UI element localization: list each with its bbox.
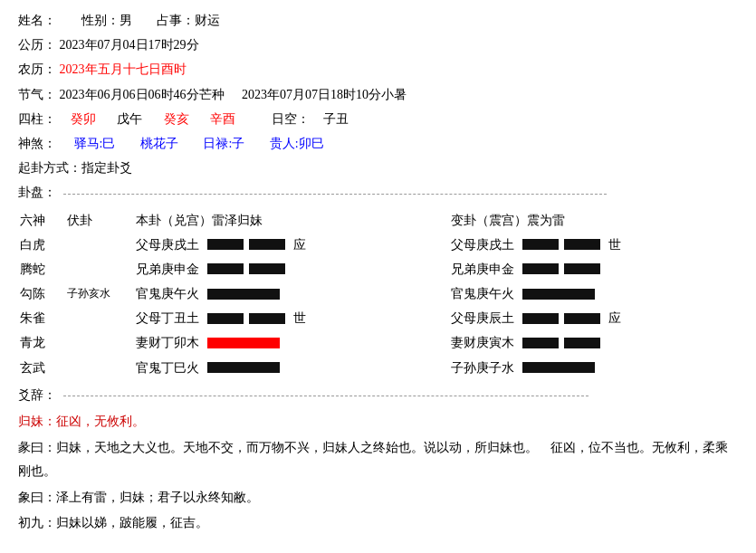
text-line1-content: 归妹：征凶，无攸利。 xyxy=(18,415,145,428)
yao-bar xyxy=(207,313,244,324)
biangua-cell: 父母庚辰土应 xyxy=(449,306,738,330)
bagua-row-3: 朱雀父母丁丑土世父母庚辰土应 xyxy=(18,306,738,330)
qigua-label: 起卦方式：指定卦爻 xyxy=(18,161,132,175)
shensha-3: 日禄:子 xyxy=(203,137,244,150)
yaoci-label: 爻辞： xyxy=(18,388,56,402)
yao-bar xyxy=(207,263,244,274)
bagua-header-row: 六神 伏卦 本卦（兑宫）雷泽归妹 变卦（震宫）震为雷 xyxy=(18,208,738,233)
yao-bar xyxy=(207,289,280,300)
bengua-cell: 官鬼庚午火 xyxy=(134,281,423,306)
nongli-label: 农历： xyxy=(18,62,56,76)
shensha-1: 驿马:巳 xyxy=(74,137,116,150)
yao-bar xyxy=(249,313,285,324)
yao-bar xyxy=(522,239,559,250)
text-line4: 初九：归妹以娣，跛能履，征吉。 xyxy=(18,511,738,536)
yao-bar xyxy=(564,338,600,348)
jieqi-value1: 2023年06月06日06时46分芒种 xyxy=(60,88,225,101)
text-line2: 彖曰：归妹，天地之大义也。天地不交，而万物不兴，归妹人之终始也。说以动，所归妹也… xyxy=(18,436,738,484)
biangua-cell: 兄弟庚申金 xyxy=(449,257,738,281)
bagua-table: 六神 伏卦 本卦（兑宫）雷泽归妹 变卦（震宫）震为雷 白虎父母庚戌土应父母庚戌土… xyxy=(18,208,738,380)
liushen-cell: 玄武 xyxy=(18,356,65,380)
yao-bar xyxy=(522,289,595,300)
qigua-line: 起卦方式：指定卦爻 xyxy=(18,157,738,179)
bagua-section: 六神 伏卦 本卦（兑宫）雷泽归妹 变卦（震宫）震为雷 白虎父母庚戌土应父母庚戌土… xyxy=(18,208,738,380)
yao-bar xyxy=(522,263,559,274)
yao-bar xyxy=(564,313,600,324)
bagua-row-1: 腾蛇兄弟庚申金兄弟庚申金 xyxy=(18,257,738,281)
jieqi-label: 节气： xyxy=(18,88,56,101)
header-liushen: 六神 xyxy=(18,208,65,233)
bengua-cell: 父母丁丑土世 xyxy=(134,306,423,330)
text-section: 归妹：征凶，无攸利。 彖曰：归妹，天地之大义也。天地不交，而万物不兴，归妹人之终… xyxy=(18,410,738,536)
bagua-row-5: 玄武官鬼丁巳火子孙庚子水 xyxy=(18,356,738,380)
rikong-label: 日空： xyxy=(272,112,310,126)
fuwa-cell xyxy=(65,330,133,355)
bian-badge: 世 xyxy=(608,234,621,256)
yao-bar xyxy=(207,362,280,373)
bagua-row-2: 勾陈子孙亥水官鬼庚午火官鬼庚午火 xyxy=(18,281,738,306)
guapan-label: 卦盘： xyxy=(18,186,56,199)
ben-badge: 应 xyxy=(293,234,306,256)
jieqi-line: 节气： 2023年06月06日06时46分芒种 2023年07月07日18时10… xyxy=(18,83,738,106)
gongli-line: 公历： 2023年07月04日17时29分 xyxy=(18,33,738,56)
bengua-cell: 官鬼丁巳火 xyxy=(134,356,423,380)
biangua-cell: 官鬼庚午火 xyxy=(449,281,738,306)
sizhu-ri: 癸亥 xyxy=(164,112,189,126)
yao-bar xyxy=(522,313,559,324)
yao-bar xyxy=(522,338,559,348)
yao-bar xyxy=(522,362,595,373)
header-fuwa: 伏卦 xyxy=(65,208,133,233)
bian-badge: 应 xyxy=(608,307,621,329)
xingbie-label: 性别：男 xyxy=(81,14,132,27)
biangua-cell: 父母庚戌土世 xyxy=(449,233,738,257)
fuwa-cell xyxy=(65,356,133,380)
gongli-label: 公历： xyxy=(18,38,56,52)
yao-bar xyxy=(564,263,600,274)
header-biangua: 变卦（震宫）震为雷 xyxy=(449,208,738,233)
bengua-cell: 妻财丁卯木 xyxy=(134,330,423,355)
sizhu-yue: 戊午 xyxy=(117,112,142,126)
fuwa-cell: 子孙亥水 xyxy=(65,281,133,306)
fuwa-cell xyxy=(65,306,133,330)
liushen-cell: 勾陈 xyxy=(18,281,65,306)
liushen-cell: 白虎 xyxy=(18,233,65,257)
gongli-value: 2023年07月04日17时29分 xyxy=(60,38,199,52)
basic-info-line: 姓名： 性别：男 占事：财运 xyxy=(18,9,738,32)
sizhu-shi: 辛酉 xyxy=(210,112,235,126)
biangua-cell: 子孙庚子水 xyxy=(449,356,738,380)
yao-bar xyxy=(207,239,244,250)
shensha-2: 桃花子 xyxy=(140,137,178,150)
sizhu-label: 四柱： xyxy=(18,112,56,126)
shensha-4: 贵人:卯巳 xyxy=(270,137,324,150)
fuwa-cell xyxy=(65,257,133,281)
nongli-line: 农历： 2023年五月十七日酉时 xyxy=(18,58,738,81)
text-line3: 象曰：泽上有雷，归妹；君子以永终知敝。 xyxy=(18,486,738,510)
liushen-cell: 朱雀 xyxy=(18,306,65,330)
bagua-row-4: 青龙妻财丁卯木妻财庚寅木 xyxy=(18,330,738,355)
jieqi-value2: 2023年07月07日18时10分小暑 xyxy=(242,88,407,101)
ben-badge: 世 xyxy=(293,307,306,329)
shensha-label: 神煞： xyxy=(18,137,56,150)
text-line1: 归妹：征凶，无攸利。 xyxy=(18,410,738,434)
shensha-line: 神煞： 驿马:巳 桃花子 日禄:子 贵人:卯巳 xyxy=(18,132,738,155)
info-section: 姓名： 性别：男 占事：财运 公历： 2023年07月04日17时29分 农历：… xyxy=(18,9,738,205)
nongli-value: 2023年五月十七日酉时 xyxy=(60,62,187,76)
rikong-value: 子丑 xyxy=(323,112,349,126)
yao-bar xyxy=(207,338,280,348)
sizhu-line: 四柱： 癸卯 戊午 癸亥 辛酉 日空： 子丑 xyxy=(18,108,738,130)
yao-bar xyxy=(249,263,285,274)
xingming-label: 姓名： xyxy=(18,14,56,27)
liushen-cell: 青龙 xyxy=(18,330,65,355)
biangua-cell: 妻财庚寅木 xyxy=(449,330,738,355)
bengua-cell: 父母庚戌土应 xyxy=(134,233,423,257)
yaoci-divider-line: 爻辞： xyxy=(18,384,738,406)
sizhu-nian: 癸卯 xyxy=(71,112,96,126)
bengua-cell: 兄弟庚申金 xyxy=(134,257,423,281)
fuwa-cell xyxy=(65,233,133,257)
yao-bar xyxy=(249,239,285,250)
yao-bar xyxy=(564,239,600,250)
bagua-row-0: 白虎父母庚戌土应父母庚戌土世 xyxy=(18,233,738,257)
zhanzhi-label: 占事：财运 xyxy=(157,14,220,27)
guapan-line: 卦盘： xyxy=(18,181,738,204)
liushen-cell: 腾蛇 xyxy=(18,257,65,281)
